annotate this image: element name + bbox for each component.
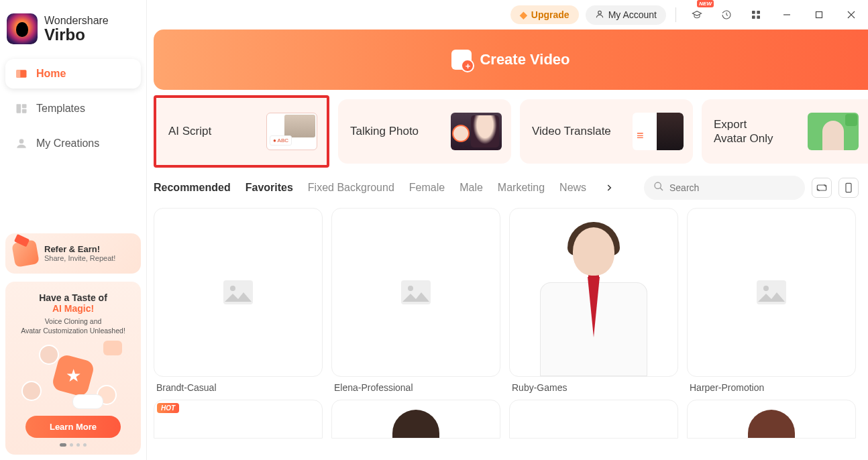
export-avatar-thumbnail	[808, 113, 859, 150]
svg-rect-7	[752, 11, 755, 14]
svg-rect-3	[22, 104, 27, 108]
category-female[interactable]: Female	[409, 182, 445, 194]
feature-export-avatar[interactable]: Export Avatar Only	[702, 99, 868, 164]
svg-rect-2	[17, 104, 21, 113]
promo-illustration	[13, 342, 133, 409]
avatar-thumbnail	[154, 208, 323, 377]
avatar-grid: Brandt-Casual Elena-Professional Ruby-Ga…	[154, 208, 868, 393]
category-marketing[interactable]: Marketing	[498, 182, 545, 194]
avatar-card-harper[interactable]: Harper-Promotion	[687, 208, 856, 393]
ai-script-thumbnail	[266, 113, 317, 150]
avatar-card-brandt[interactable]: Brandt-Casual	[154, 208, 323, 393]
promo-line3: Voice Cloning and Avatar Customization U…	[13, 317, 133, 335]
avatar-card-ruby[interactable]: Ruby-Games	[509, 208, 678, 393]
aspect-landscape-button[interactable]	[812, 178, 832, 198]
category-recommended[interactable]: Recommended	[154, 182, 231, 194]
avatar-thumbnail	[687, 208, 856, 377]
my-creations-icon	[15, 137, 28, 150]
category-news[interactable]: News	[559, 182, 586, 194]
sidebar-nav: Home Templates My Creations	[5, 59, 141, 158]
svg-rect-8	[757, 11, 760, 14]
svg-line-16	[660, 188, 663, 190]
promo-pagination-dots[interactable]	[13, 443, 133, 447]
sidebar-item-my-creations[interactable]: My Creations	[5, 129, 141, 158]
avatar-card-partial[interactable]: HOT	[154, 400, 323, 439]
svg-point-15	[655, 182, 661, 188]
promo-refer-subtitle: Share, Invite, Repeat!	[44, 254, 115, 262]
promo-ai-magic: Have a Taste of AI Magic! Voice Cloning …	[5, 282, 141, 455]
diamond-icon: ◆	[520, 9, 527, 20]
window-close-button[interactable]	[838, 5, 864, 25]
promo-refer-title: Refer & Earn!	[44, 244, 115, 254]
feature-row: AI Script Talking Photo Video Translate …	[154, 99, 868, 164]
aspect-portrait-button[interactable]	[838, 178, 859, 198]
create-video-icon	[451, 50, 472, 70]
new-badge: NEW	[697, 0, 714, 7]
sidebar-item-label: Templates	[36, 103, 85, 115]
logo-icon	[7, 13, 38, 44]
upgrade-button[interactable]: ◆ Upgrade	[510, 5, 579, 24]
apps-grid-icon[interactable]	[745, 5, 767, 25]
learn-more-button[interactable]: Learn More	[25, 416, 121, 438]
sidebar: Wondershare Virbo Home Templates My Crea…	[0, 0, 147, 460]
templates-icon	[15, 102, 28, 115]
history-icon[interactable]	[715, 5, 738, 25]
sidebar-item-label: My Creations	[36, 137, 99, 150]
app-logo: Wondershare Virbo	[5, 5, 141, 56]
svg-point-20	[230, 286, 235, 291]
search-input[interactable]	[669, 182, 796, 193]
svg-point-5	[19, 139, 24, 143]
svg-rect-9	[752, 15, 755, 19]
my-account-button[interactable]: My Account	[586, 5, 666, 25]
svg-point-24	[763, 286, 769, 291]
avatar-card-partial[interactable]	[687, 400, 856, 439]
brand-product: Virbo	[44, 27, 109, 43]
window-minimize-button[interactable]	[774, 5, 800, 25]
svg-point-6	[598, 11, 601, 14]
category-favorites[interactable]: Favorites	[246, 182, 293, 194]
promo-line1: Have a Taste of	[13, 292, 133, 303]
svg-point-22	[408, 286, 413, 291]
avatar-thumbnail	[331, 208, 500, 377]
feature-video-translate[interactable]: Video Translate	[520, 99, 693, 164]
avatar-card-partial[interactable]	[509, 400, 678, 439]
category-next-icon[interactable]	[601, 180, 617, 196]
sidebar-item-home[interactable]: Home	[5, 59, 141, 89]
user-icon	[595, 9, 604, 21]
search-box[interactable]	[644, 176, 805, 200]
feature-talking-photo[interactable]: Talking Photo	[338, 99, 511, 164]
sidebar-item-templates[interactable]: Templates	[5, 94, 141, 123]
svg-rect-4	[22, 109, 27, 113]
avatar-card-partial[interactable]	[331, 400, 500, 439]
main-area: ◆ Upgrade My Account NEW	[147, 0, 868, 460]
svg-rect-10	[757, 15, 760, 19]
home-icon	[15, 67, 28, 80]
svg-rect-12	[816, 12, 822, 18]
sidebar-item-label: Home	[36, 68, 66, 80]
svg-rect-18	[846, 183, 851, 192]
avatar-card-elena[interactable]: Elena-Professional	[331, 208, 500, 393]
svg-rect-1	[17, 70, 21, 78]
avatar-thumbnail	[509, 208, 678, 377]
promo-refer-earn[interactable]: Refer & Earn! Share, Invite, Repeat!	[5, 233, 141, 274]
promo-line2: AI Magic!	[13, 303, 133, 314]
window-maximize-button[interactable]	[806, 5, 832, 25]
category-row: Recommended Favorites Fixed Background F…	[154, 176, 868, 200]
avatar-grid-row2: HOT	[154, 400, 868, 439]
titlebar: ◆ Upgrade My Account NEW	[147, 0, 868, 30]
hot-badge: HOT	[157, 403, 179, 413]
create-video-button[interactable]: Create Video	[154, 30, 868, 90]
talking-photo-thumbnail	[451, 113, 502, 150]
video-translate-thumbnail	[633, 113, 684, 150]
feature-ai-script[interactable]: AI Script	[154, 95, 329, 168]
academy-icon[interactable]: NEW	[686, 5, 708, 25]
content: Create Video AI Script Talking Photo Vid…	[147, 30, 868, 460]
category-fixed-background[interactable]: Fixed Background	[308, 182, 394, 194]
gift-icon	[11, 239, 40, 268]
search-icon	[653, 181, 664, 194]
category-male[interactable]: Male	[459, 182, 483, 194]
